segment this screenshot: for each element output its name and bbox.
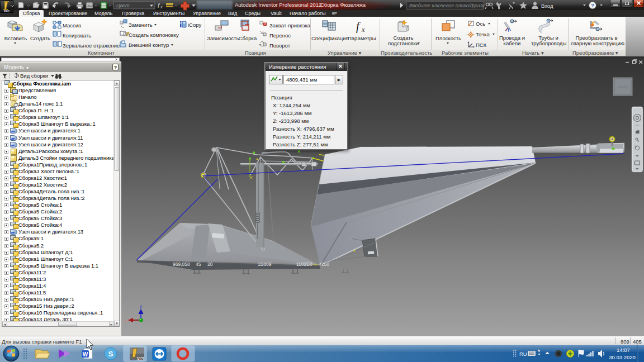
svg-text:RU: RU (519, 351, 527, 357)
svg-text:x: x (160, 5, 163, 9)
svg-text:X: X (125, 319, 127, 323)
svg-text:969,058: 969,058 (173, 261, 190, 267)
svg-text:PRO: PRO (138, 357, 144, 360)
svg-text:x: x (361, 26, 365, 34)
svg-text:f: f (356, 20, 361, 33)
svg-text:14:07: 14:07 (617, 347, 630, 353)
svg-text:?: ? (591, 2, 594, 8)
svg-text:W: W (83, 351, 88, 358)
svg-text:1102Б0: 1102Б0 (296, 261, 312, 267)
svg-text:30.03.2020: 30.03.2020 (609, 354, 636, 360)
svg-text:20: 20 (207, 261, 213, 267)
svg-text:45: 45 (196, 261, 201, 267)
svg-text:Вход: Вход (541, 3, 553, 9)
svg-text:PRO: PRO (4, 10, 10, 13)
svg-text:Цвет: Цвет (116, 3, 130, 8)
svg-text:S: S (108, 350, 113, 358)
svg-text:Z: Z (140, 305, 143, 309)
svg-text:1Б869: 1Б869 (258, 261, 272, 267)
svg-text:xdag: xdag (618, 84, 627, 89)
svg-text:f: f (158, 2, 160, 9)
svg-text:Введите ключевое слово/фразу: Введите ключевое слово/фразу (409, 3, 485, 8)
